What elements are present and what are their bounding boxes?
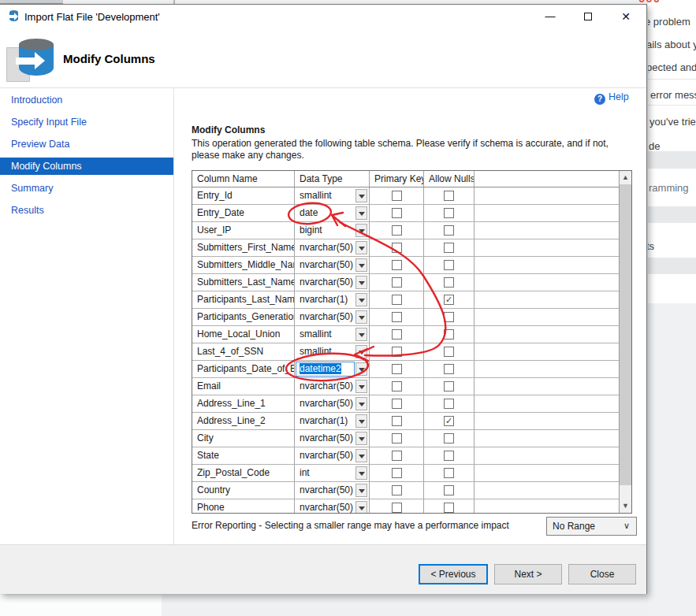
primary-key-checkbox[interactable] — [392, 364, 402, 374]
column-name-cell[interactable]: Zip_Postal_Code — [192, 465, 295, 481]
column-name-cell[interactable]: Last_4_of_SSN — [192, 343, 295, 360]
data-type-dropdown-icon[interactable] — [355, 397, 367, 410]
next-button[interactable]: Next > — [494, 564, 562, 584]
allow-nulls-checkbox[interactable] — [444, 503, 454, 513]
primary-key-checkbox[interactable] — [392, 277, 402, 288]
data-type-cell[interactable]: nvarchar(50) — [295, 430, 370, 447]
allow-nulls-checkbox[interactable] — [444, 225, 454, 236]
data-type-dropdown-icon[interactable] — [355, 484, 367, 497]
data-type-dropdown-icon[interactable] — [355, 449, 367, 462]
scrollbar-down-icon[interactable]: ▼ — [620, 499, 631, 513]
column-name-cell[interactable]: City — [192, 430, 295, 447]
sidebar-item-results[interactable]: Results — [0, 202, 173, 219]
column-name-cell[interactable]: Submitters_Middle_Name — [192, 257, 295, 273]
data-type-dropdown-icon[interactable] — [355, 466, 367, 480]
data-type-editbox[interactable]: datetime2 — [296, 362, 355, 377]
data-type-cell[interactable]: nvarchar(50) — [295, 274, 370, 291]
data-type-cell[interactable]: date — [295, 205, 370, 221]
primary-key-checkbox[interactable] — [392, 243, 402, 253]
data-type-cell[interactable]: smallint — [295, 187, 370, 204]
data-type-cell[interactable]: smallint — [295, 326, 370, 343]
primary-key-checkbox[interactable] — [392, 416, 402, 426]
allow-nulls-checkbox[interactable] — [444, 329, 454, 340]
data-type-cell[interactable]: nvarchar(50) — [295, 447, 370, 464]
column-name-cell[interactable]: Participants_Date_of_Birth — [192, 361, 295, 377]
data-type-cell[interactable]: nvarchar(50) — [295, 257, 370, 273]
data-type-cell[interactable]: nvarchar(50) — [295, 239, 370, 256]
data-type-cell[interactable]: nvarchar(1) — [295, 413, 370, 429]
column-name-cell[interactable]: Email — [192, 378, 295, 395]
data-type-dropdown-icon[interactable] — [355, 276, 367, 289]
data-type-cell[interactable]: nvarchar(1) — [295, 291, 370, 308]
close-button[interactable]: ✕ — [609, 5, 643, 28]
data-type-cell[interactable]: nvarchar(50) — [295, 482, 370, 499]
allow-nulls-checkbox[interactable] — [444, 399, 454, 409]
allow-nulls-checkbox[interactable] — [444, 347, 454, 357]
column-name-cell[interactable]: User_IP — [192, 222, 295, 239]
data-type-dropdown-icon[interactable] — [355, 328, 367, 341]
primary-key-checkbox[interactable] — [392, 191, 402, 201]
allow-nulls-checkbox[interactable] — [444, 433, 454, 443]
close-wizard-button[interactable]: Close — [568, 564, 636, 584]
data-type-dropdown-icon[interactable] — [355, 310, 367, 324]
sidebar-item-summary[interactable]: Summary — [0, 180, 173, 197]
primary-key-checkbox[interactable] — [392, 399, 402, 409]
data-type-dropdown-icon[interactable] — [355, 189, 367, 202]
previous-button[interactable]: < Previous — [419, 564, 488, 584]
allow-nulls-checkbox[interactable] — [444, 451, 454, 461]
allow-nulls-checkbox[interactable] — [444, 312, 454, 322]
data-type-cell[interactable]: datetime2 — [295, 361, 370, 377]
data-type-cell[interactable]: nvarchar(50) — [295, 499, 370, 513]
data-type-dropdown-icon[interactable] — [355, 293, 367, 306]
maximize-button[interactable] — [571, 5, 605, 28]
allow-nulls-checkbox[interactable] — [444, 485, 454, 495]
primary-key-checkbox[interactable] — [392, 312, 402, 322]
column-name-cell[interactable]: Participants_Last_Name — [192, 291, 295, 308]
help-link[interactable]: ?Help — [594, 91, 629, 105]
data-type-cell[interactable]: nvarchar(50) — [295, 378, 370, 395]
column-name-cell[interactable]: Participants_Generation — [192, 309, 295, 325]
primary-key-checkbox[interactable] — [392, 347, 402, 357]
allow-nulls-checkbox[interactable] — [444, 191, 454, 201]
scrollbar-up-icon[interactable]: ▲ — [620, 171, 631, 184]
column-name-cell[interactable]: Address_Line_1 — [192, 395, 295, 412]
data-type-cell[interactable]: bigint — [295, 222, 370, 239]
allow-nulls-checkbox[interactable] — [444, 277, 454, 288]
column-name-cell[interactable]: Entry_Date — [192, 205, 295, 221]
primary-key-checkbox[interactable] — [392, 433, 402, 443]
allow-nulls-checkbox[interactable]: ✓ — [444, 295, 454, 305]
primary-key-checkbox[interactable] — [392, 381, 402, 391]
sidebar-item-specify-input-file[interactable]: Specify Input File — [0, 113, 173, 131]
data-type-dropdown-icon[interactable] — [355, 206, 367, 220]
data-type-dropdown-icon[interactable] — [355, 345, 367, 358]
data-type-dropdown-icon[interactable] — [355, 241, 367, 254]
table-scrollbar[interactable]: ▲ ▼ — [619, 171, 631, 513]
column-name-cell[interactable]: Address_Line_2 — [192, 413, 295, 429]
column-name-cell[interactable]: Country — [192, 482, 295, 499]
allow-nulls-checkbox[interactable]: ✓ — [444, 416, 454, 426]
data-type-dropdown-icon[interactable] — [355, 224, 367, 237]
primary-key-checkbox[interactable] — [392, 295, 402, 305]
allow-nulls-checkbox[interactable] — [444, 260, 454, 270]
data-type-dropdown-icon[interactable] — [355, 258, 367, 272]
primary-key-checkbox[interactable] — [392, 468, 402, 478]
sidebar-item-modify-columns[interactable]: Modify Columns — [0, 158, 173, 175]
column-name-cell[interactable]: State — [192, 447, 295, 464]
allow-nulls-checkbox[interactable] — [444, 243, 454, 253]
primary-key-checkbox[interactable] — [392, 503, 402, 513]
data-type-dropdown-icon[interactable] — [355, 432, 367, 445]
primary-key-checkbox[interactable] — [392, 485, 402, 495]
data-type-dropdown-icon[interactable] — [355, 501, 367, 513]
column-name-cell[interactable]: Submitters_First_Name — [192, 239, 295, 256]
allow-nulls-checkbox[interactable] — [444, 208, 454, 218]
data-type-dropdown-icon[interactable] — [355, 362, 367, 376]
primary-key-checkbox[interactable] — [392, 329, 402, 340]
column-name-cell[interactable]: Submitters_Last_Name — [192, 274, 295, 291]
error-range-dropdown[interactable]: No Range ∨ — [546, 517, 637, 536]
column-name-cell[interactable]: Entry_Id — [192, 187, 295, 204]
scrollbar-thumb[interactable] — [620, 184, 631, 485]
allow-nulls-checkbox[interactable] — [444, 364, 454, 374]
data-type-dropdown-icon[interactable] — [355, 414, 367, 428]
data-type-cell[interactable]: int — [295, 465, 370, 481]
data-type-dropdown-icon[interactable] — [355, 380, 367, 393]
